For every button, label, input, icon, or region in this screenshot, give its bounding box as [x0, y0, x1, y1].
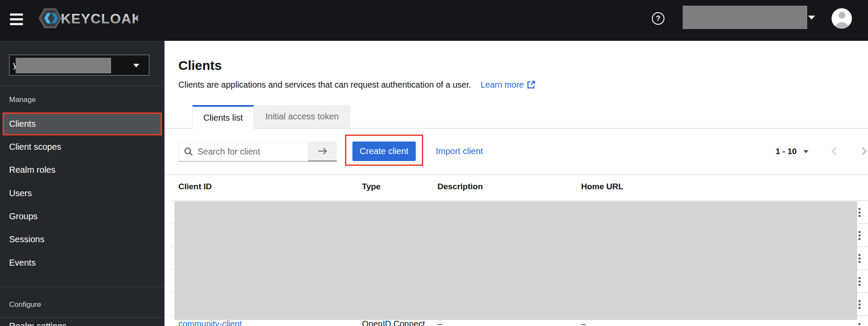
masthead: KEYCLOAK ?: [0, 0, 868, 41]
sidebar-divider: [0, 317, 164, 318]
sidebar-item-groups[interactable]: Groups: [0, 205, 164, 228]
pagination-range-toggle[interactable]: 1 - 10: [776, 147, 809, 156]
column-header-home-url: Home URL: [581, 182, 623, 191]
sidebar-divider: [0, 86, 164, 86]
client-description-cell: –: [437, 319, 442, 326]
keycloak-logo: KEYCLOAK: [38, 7, 138, 29]
avatar[interactable]: [832, 8, 852, 29]
search-submit-button[interactable]: [308, 142, 337, 161]
sidebar-item-label: Realm settings: [9, 321, 66, 326]
client-home-url-cell: –: [581, 319, 586, 326]
sidebar-item-events[interactable]: Events: [0, 251, 164, 274]
sidebar-item-label: Groups: [9, 211, 38, 221]
logo-text: KEYCLOAK: [61, 11, 138, 26]
sidebar-item-clients[interactable]: Clients: [0, 112, 164, 135]
main-content: Clients Clients are applications and ser…: [164, 41, 868, 326]
chevron-right-icon: [861, 146, 868, 156]
column-header-description: Description: [437, 182, 483, 191]
caret-down-icon: [133, 64, 139, 67]
masthead-redaction-overlay: [683, 6, 807, 29]
nav-section-configure: Configure: [9, 300, 41, 309]
search-box: [178, 142, 308, 161]
realm-selector-redaction-overlay: [16, 58, 111, 73]
client-id-link[interactable]: community-client: [178, 319, 242, 326]
tab-initial-access-token[interactable]: Initial access token: [254, 105, 350, 128]
create-client-button[interactable]: Create client: [352, 142, 416, 161]
page-title: Clients: [178, 58, 222, 73]
caret-down-icon: [803, 150, 809, 153]
tabs-bottom-border: [164, 128, 868, 128]
column-header-type: Type: [362, 182, 381, 191]
page-description: Clients are applications and services th…: [178, 80, 471, 89]
table-redaction-overlay: [174, 201, 857, 320]
search-input[interactable]: [197, 147, 308, 157]
pagination-prev-button[interactable]: [828, 145, 840, 157]
sidebar-item-label: Sessions: [9, 234, 44, 244]
nav-section-manage: Manage: [9, 95, 36, 104]
realm-selector-dropdown[interactable]: y: [9, 55, 149, 76]
sidebar-item-users[interactable]: Users: [0, 182, 164, 205]
avatar-head-icon: [838, 12, 845, 19]
sidebar-divider: [0, 286, 164, 287]
learn-more-link[interactable]: Learn more: [480, 80, 536, 89]
sidebar-item-realm-settings[interactable]: Realm settings: [0, 318, 164, 326]
import-client-link[interactable]: Import client: [436, 146, 483, 156]
sidebar-item-client-scopes[interactable]: Client scopes: [0, 135, 164, 158]
sidebar-item-label: Clients: [9, 119, 36, 129]
selected-item-annotation-box: Clients: [3, 112, 162, 135]
arrow-right-icon: [317, 147, 328, 155]
sidebar-item-realm-roles[interactable]: Realm roles: [0, 158, 164, 181]
sidebar-item-label: Events: [9, 258, 36, 268]
row-kebab-menu-button[interactable]: [855, 322, 864, 326]
sidebar-item-label: Client scopes: [9, 142, 61, 152]
column-header-client-id: Client ID: [178, 182, 212, 191]
sidebar-item-label: Realm roles: [9, 165, 56, 175]
sidebar-item-sessions[interactable]: Sessions: [0, 228, 164, 251]
help-icon[interactable]: ?: [652, 12, 664, 25]
avatar-torso-icon: [835, 22, 848, 29]
nav-toggle-hamburger-icon[interactable]: [10, 13, 23, 25]
toolbar-table-divider: [164, 175, 868, 175]
search-icon: [184, 147, 193, 156]
sidebar-item-label: Users: [9, 188, 32, 198]
client-type-cell: OpenID Connect: [362, 319, 425, 326]
chevron-left-icon: [831, 146, 837, 156]
user-menu-caret-icon[interactable]: [808, 16, 815, 20]
sidebar-nav: y Manage Clients Client scopes Realm rol…: [0, 41, 164, 326]
external-link-icon: [527, 80, 536, 89]
pagination-next-button[interactable]: [858, 145, 868, 157]
tab-clients-list[interactable]: Clients list: [192, 105, 254, 128]
